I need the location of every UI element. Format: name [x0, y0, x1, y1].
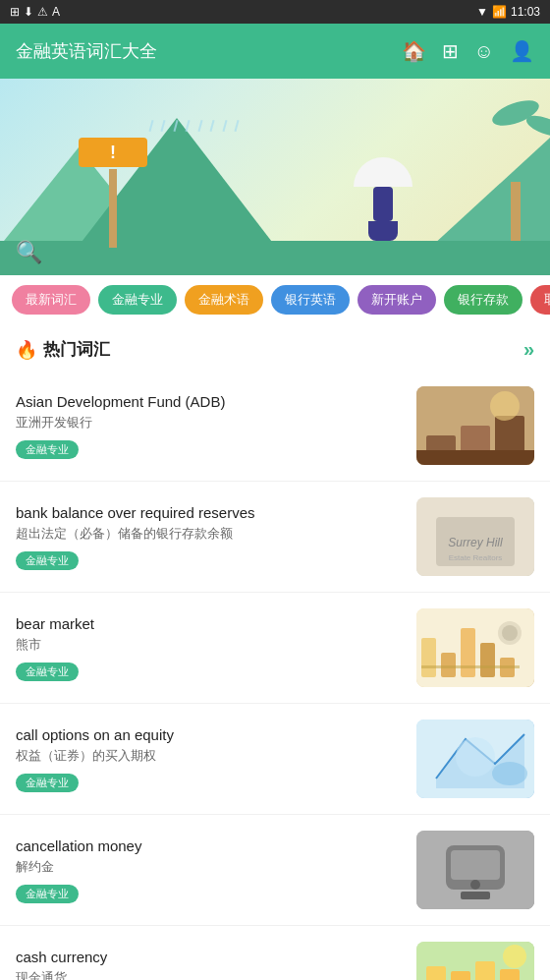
category-tabs: 最新词汇金融专业金融术语银行英语新开账户银行存款取款结余 [0, 275, 550, 324]
word-image-2 [416, 608, 534, 687]
svg-text:Estate Realtors: Estate Realtors [449, 553, 503, 562]
app-icon-2: ⬇ [24, 5, 33, 19]
sign-post: ! [79, 138, 147, 248]
wifi-icon: ▼ [476, 5, 488, 19]
word-cn-2: 熊市 [16, 636, 401, 654]
app-header: 金融英语词汇大全 🏠 ⊞ ☺ 👤 [0, 24, 550, 79]
word-info-3: call options on an equity 权益（证券）的买入期权 金融… [16, 726, 401, 792]
category-tab-1[interactable]: 金融专业 [98, 285, 177, 315]
app-icon-3: ⚠ [37, 5, 48, 19]
word-tag-2: 金融专业 [16, 663, 79, 681]
word-image-4 [416, 831, 534, 909]
svg-rect-33 [500, 969, 520, 980]
svg-point-18 [502, 625, 518, 641]
palm-leaf-2 [523, 112, 550, 141]
word-cn-4: 解约金 [16, 858, 401, 876]
word-item[interactable]: cash currency 现金通货 金融专业 [0, 926, 550, 980]
rain-effect [147, 118, 241, 136]
more-button[interactable]: » [523, 338, 534, 361]
svg-point-22 [492, 762, 527, 785]
word-item[interactable]: cancellation money 解约金 金融专业 [0, 815, 550, 926]
word-tag-3: 金融专业 [16, 774, 79, 792]
category-tab-2[interactable]: 金融术语 [185, 285, 263, 315]
word-image-1: Surrey Hill Estate Realtors [416, 497, 534, 576]
sign-pole [109, 169, 117, 248]
word-image-3 [416, 720, 534, 798]
app-icon-4: A [52, 5, 60, 19]
grid-icon[interactable]: ⊞ [442, 39, 459, 63]
section-title: 🔥 热门词汇 [16, 338, 110, 361]
svg-rect-31 [451, 971, 470, 980]
svg-point-5 [490, 391, 520, 421]
signal-icon: 📶 [492, 5, 507, 19]
app-title: 金融英语词汇大全 [16, 39, 157, 63]
word-info-1: bank balance over required reserves 超出法定… [16, 504, 401, 570]
category-tab-6[interactable]: 取款结余 [530, 285, 550, 315]
word-info-2: bear market 熊市 金融专业 [16, 615, 401, 681]
word-info-5: cash currency 现金通货 金融专业 [16, 949, 401, 981]
word-tag-0: 金融专业 [16, 440, 79, 459]
word-info-0: Asian Development Fund (ADB) 亚洲开发银行 金融专业 [16, 393, 401, 459]
word-en-2: bear market [16, 615, 401, 632]
figure-skirt [368, 221, 398, 241]
svg-rect-14 [480, 643, 495, 677]
word-image-0 [416, 386, 534, 465]
word-tag-4: 金融专业 [16, 885, 79, 903]
svg-text:Surrey Hill: Surrey Hill [448, 536, 503, 549]
word-en-3: call options on an equity [16, 726, 401, 743]
status-icons-right: ▼ 📶 11:03 [476, 5, 540, 19]
svg-point-34 [503, 945, 526, 968]
word-item[interactable]: call options on an equity 权益（证券）的买入期权 金融… [0, 704, 550, 815]
home-icon[interactable]: 🏠 [402, 39, 426, 63]
word-en-4: cancellation money [16, 837, 401, 854]
fire-icon: 🔥 [16, 339, 37, 361]
umbrella [354, 157, 412, 187]
category-tab-0[interactable]: 最新词汇 [12, 285, 90, 315]
banner-search-icon[interactable]: 🔍 [16, 240, 42, 265]
svg-rect-12 [441, 653, 456, 677]
word-info-4: cancellation money 解约金 金融专业 [16, 837, 401, 903]
category-tab-4[interactable]: 新开账户 [358, 285, 436, 315]
svg-rect-27 [461, 892, 490, 899]
svg-rect-13 [461, 628, 475, 677]
word-tag-1: 金融专业 [16, 551, 79, 570]
app-icon-1: ⊞ [10, 5, 20, 19]
svg-rect-32 [475, 961, 495, 980]
word-list: Asian Development Fund (ADB) 亚洲开发银行 金融专业… [0, 371, 550, 980]
svg-point-26 [470, 880, 480, 890]
word-cn-5: 现金通货 [16, 969, 401, 981]
banner: ! 🔍 [0, 79, 550, 275]
character-figure [354, 157, 412, 241]
word-cn-3: 权益（证券）的买入期权 [16, 747, 401, 765]
svg-rect-16 [421, 665, 520, 668]
category-tab-5[interactable]: 银行存款 [444, 285, 522, 315]
svg-point-21 [456, 737, 495, 777]
category-tab-3[interactable]: 银行英语 [271, 285, 350, 315]
svg-rect-11 [421, 638, 436, 677]
word-cn-1: 超出法定（必备）储备的银行存款余额 [16, 525, 401, 543]
face-icon[interactable]: ☺ [474, 40, 494, 63]
hot-section-header: 🔥 热门词汇 » [0, 324, 550, 371]
mountain-right [432, 138, 550, 246]
time-display: 11:03 [511, 5, 540, 19]
word-cn-0: 亚洲开发银行 [16, 414, 401, 432]
palm-tree [511, 113, 521, 241]
word-en-5: cash currency [16, 949, 401, 965]
word-item[interactable]: Asian Development Fund (ADB) 亚洲开发银行 金融专业 [0, 371, 550, 482]
svg-rect-25 [451, 850, 500, 880]
user-icon[interactable]: 👤 [510, 39, 534, 63]
word-en-1: bank balance over required reserves [16, 504, 401, 521]
word-item[interactable]: bank balance over required reserves 超出法定… [0, 482, 550, 593]
svg-rect-30 [426, 966, 446, 980]
word-image-5 [416, 942, 534, 980]
palm-trunk [511, 182, 521, 241]
word-en-0: Asian Development Fund (ADB) [16, 393, 401, 410]
word-item[interactable]: bear market 熊市 金融专业 [0, 593, 550, 704]
status-bar: ⊞ ⬇ ⚠ A ▼ 📶 11:03 [0, 0, 550, 24]
sign-board: ! [79, 138, 147, 167]
svg-rect-4 [416, 450, 534, 465]
header-icon-group: 🏠 ⊞ ☺ 👤 [402, 39, 534, 63]
status-icons-left: ⊞ ⬇ ⚠ A [10, 5, 60, 19]
figure-body [373, 187, 393, 221]
section-title-text: 热门词汇 [43, 338, 110, 361]
